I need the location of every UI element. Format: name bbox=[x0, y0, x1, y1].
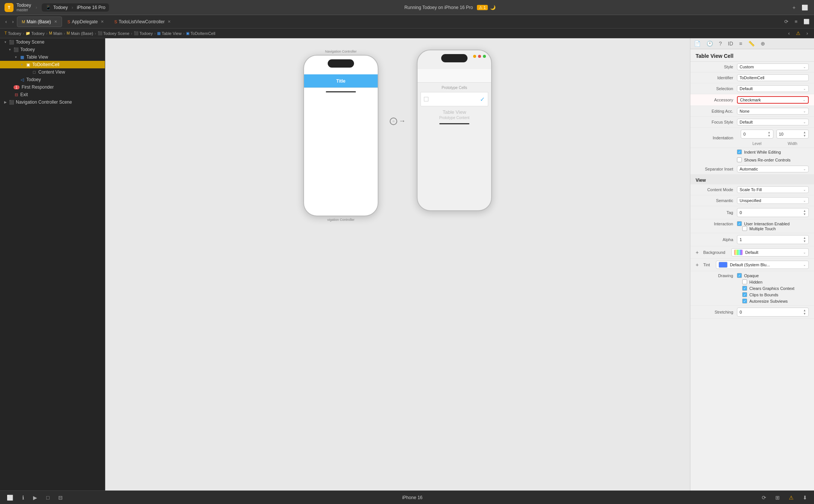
stretching-value[interactable]: 0 ▲▼ bbox=[737, 308, 809, 317]
tag-value[interactable]: 0 ▲▼ bbox=[737, 208, 809, 217]
selection-value[interactable]: Default ⌄ bbox=[737, 85, 809, 92]
separator-value[interactable]: Automatic ⌄ bbox=[737, 166, 809, 172]
cell-checkmark-icon: ✓ bbox=[480, 96, 485, 103]
alpha-stepper[interactable]: ▲▼ bbox=[803, 236, 806, 243]
tab-close-main[interactable]: ✕ bbox=[54, 20, 57, 24]
sidebar-item-navcontroller-scene[interactable]: ▶ ⬛ Navigation Controller Scene bbox=[0, 98, 105, 106]
checkbox-indent-editing[interactable]: ✓ bbox=[737, 149, 742, 154]
background-swatch bbox=[734, 249, 743, 255]
style-value[interactable]: Custom ⌄ bbox=[737, 63, 809, 70]
sidebar: ▾ ⬛ Todoey Scene ▾ ⬛ Todoey ▾ ▦ Table Vi… bbox=[0, 38, 105, 490]
level-field[interactable]: 0 ▲▼ bbox=[741, 130, 773, 139]
inspector-title: Table View Cell bbox=[690, 49, 814, 62]
focus-style-value[interactable]: Default ⌄ bbox=[737, 119, 809, 125]
cell-row: ✓ bbox=[421, 92, 488, 106]
inspector-row-drawing: Drawing ✓ Opaque Hidden ✓ Clears Graphic… bbox=[690, 271, 814, 306]
toggle-icon-3: ▾ bbox=[14, 55, 18, 59]
checkbox-hidden[interactable] bbox=[742, 279, 747, 284]
tint-label: Tint bbox=[703, 263, 714, 267]
clips-bounds-row: ✓ Clips to Bounds bbox=[696, 292, 778, 297]
bc-main[interactable]: M Main bbox=[49, 31, 62, 36]
ruler-icon[interactable]: 📏 bbox=[748, 41, 755, 47]
tab-nav-next[interactable]: › bbox=[10, 17, 16, 26]
semantic-value[interactable]: Unspecified ⌄ bbox=[737, 197, 809, 204]
list-icon[interactable]: ≡ bbox=[739, 41, 742, 47]
checkbox-multiple-touch[interactable] bbox=[742, 226, 747, 231]
checkbox-opaque[interactable]: ✓ bbox=[737, 273, 742, 278]
tint-plus[interactable]: + bbox=[696, 262, 699, 268]
sidebar-item-todoey[interactable]: ▾ ⬛ Todoey bbox=[0, 46, 105, 53]
bc-todoitemcell[interactable]: ▣ ToDoItemCell bbox=[186, 31, 215, 36]
connect-icon[interactable]: ⊕ bbox=[761, 41, 765, 47]
bc-tableview[interactable]: ▦ Table View bbox=[157, 31, 182, 36]
tint-value[interactable]: Default (System Blu... ⌄ bbox=[716, 261, 809, 269]
width-stepper[interactable]: ▲▼ bbox=[803, 131, 806, 137]
sidebar-item-todoey-back[interactable]: ◁ Todoey bbox=[0, 76, 105, 83]
tag-stepper[interactable]: ▲▼ bbox=[803, 209, 806, 216]
expand-btn[interactable]: ⬜ bbox=[802, 18, 811, 25]
checkbox-autoresize[interactable]: ✓ bbox=[742, 299, 747, 303]
bc-todoey-folder[interactable]: 📁 Todoey bbox=[26, 31, 44, 36]
tab-main-label: Main (Base) bbox=[27, 19, 51, 24]
bc-icon-7: ▦ bbox=[157, 31, 160, 35]
accessory-value[interactable]: Checkmark ⌄ bbox=[737, 96, 809, 104]
background-value[interactable]: Default ⌄ bbox=[731, 248, 809, 257]
checkbox-clears-graphics[interactable]: ✓ bbox=[742, 286, 747, 291]
content-mode-value[interactable]: Scale To Fill ⌄ bbox=[737, 186, 809, 193]
sidebar-item-firstresponder[interactable]: 1 First Responder bbox=[0, 83, 105, 91]
background-plus[interactable]: + bbox=[696, 249, 699, 255]
sidebar-item-contentview[interactable]: □ Content View bbox=[0, 68, 105, 76]
bc-icon-3: M bbox=[49, 31, 52, 35]
identifier-value[interactable]: ToDoItemCell bbox=[737, 74, 809, 81]
checkbox-reorder[interactable] bbox=[737, 157, 742, 162]
inspector-row-selection: Selection Default ⌄ bbox=[690, 83, 814, 94]
add-btn[interactable]: + bbox=[791, 4, 797, 11]
opaque-label: Opaque bbox=[744, 273, 759, 278]
checkbox-clips-bounds[interactable]: ✓ bbox=[742, 292, 747, 297]
bc-main-base[interactable]: M Main (Base) bbox=[67, 31, 93, 36]
stretching-stepper[interactable]: ▲▼ bbox=[803, 309, 806, 315]
device-name: iPhone 16 Pro bbox=[77, 5, 105, 10]
bc-nav-prev[interactable]: ‹ bbox=[787, 30, 791, 37]
sidebar-item-tableview[interactable]: ▾ ▦ Table View bbox=[0, 53, 105, 61]
level-stepper[interactable]: ▲▼ bbox=[768, 131, 771, 137]
help-icon[interactable]: ? bbox=[719, 41, 722, 47]
editing-acc-value[interactable]: None ⌄ bbox=[737, 108, 809, 115]
focus-style-dropdown-arrow: ⌄ bbox=[803, 120, 806, 124]
inspector-panel: 📄 🕐 ? ID ≡ 📏 ⊕ Table View Cell Style Cus… bbox=[690, 38, 814, 490]
tab-todolistvc[interactable]: S TodoListViewController ✕ bbox=[109, 17, 176, 27]
tab-close-todolistvc[interactable]: ✕ bbox=[168, 20, 171, 24]
inspector-row-interaction: Interaction ✓ User Interaction Enabled M… bbox=[690, 219, 814, 233]
hidden-label: Hidden bbox=[749, 280, 763, 284]
tab-todolistvc-icon: S bbox=[114, 20, 117, 24]
right-table-area: Table View Prototype Content bbox=[418, 109, 491, 120]
tab-nav-prev[interactable]: ‹ bbox=[3, 17, 9, 26]
layout-btn[interactable]: ⬜ bbox=[800, 4, 809, 11]
split-btn[interactable]: ≡ bbox=[793, 18, 799, 25]
inspector-row-tint: + Tint Default (System Blu... ⌄ bbox=[690, 259, 814, 271]
file-icon[interactable]: 📄 bbox=[694, 41, 701, 47]
alpha-value[interactable]: 1 ▲▼ bbox=[737, 235, 809, 244]
alpha-label: Alpha bbox=[696, 237, 737, 242]
sidebar-item-exit[interactable]: ⊟ Exit bbox=[0, 91, 105, 98]
autoresize-label: Autoresize Subviews bbox=[749, 299, 788, 303]
cell-checkbox bbox=[424, 97, 428, 101]
width-field[interactable]: 10 ▲▼ bbox=[776, 130, 809, 139]
refresh-btn[interactable]: ⟳ bbox=[783, 18, 790, 25]
checkbox-user-interaction[interactable]: ✓ bbox=[737, 221, 742, 226]
bc-icon-5: ⬛ bbox=[98, 31, 102, 35]
bc-todoey-1[interactable]: T Todoey bbox=[5, 31, 21, 36]
bc-todoey-2[interactable]: ⬛ Todoey bbox=[134, 31, 153, 36]
sidebar-item-todoitemcell[interactable]: ▾ ▣ ToDoItemCell bbox=[0, 61, 105, 68]
device-selector[interactable]: 📱 Todoey › iPhone 16 Pro bbox=[42, 3, 109, 12]
tab-main-base[interactable]: M Main (Base) ✕ bbox=[17, 17, 62, 27]
tab-close-appdelegate[interactable]: ✕ bbox=[101, 20, 104, 24]
bc-warning[interactable]: ⚠ bbox=[794, 30, 802, 37]
clock-icon[interactable]: 🕐 bbox=[707, 41, 713, 47]
bc-nav-next[interactable]: › bbox=[805, 30, 809, 37]
bc-todoey-scene[interactable]: ⬛ Todoey Scene bbox=[98, 31, 130, 36]
sidebar-item-todoey-scene[interactable]: ▾ ⬛ Todoey Scene bbox=[0, 38, 105, 46]
tab-appdelegate[interactable]: S AppDelegate ✕ bbox=[63, 17, 109, 27]
id-icon[interactable]: ID bbox=[728, 41, 733, 47]
home-indicator-left bbox=[326, 91, 356, 92]
